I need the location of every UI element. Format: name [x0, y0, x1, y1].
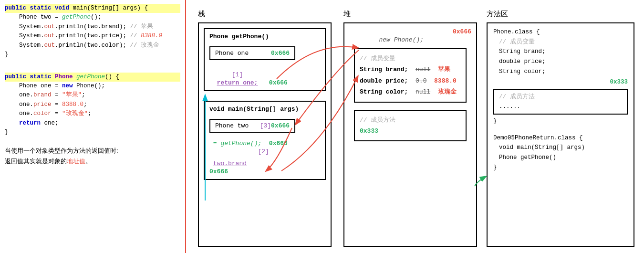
- heap-price-row: double price; 0.0 8388.0: [360, 75, 461, 86]
- frame1-title: Phone getPhone(): [209, 33, 320, 40]
- heap-addr-top: 0x666: [349, 28, 471, 35]
- frame1-addr2: 0x666: [269, 79, 288, 86]
- frame1-var-label: Phone one: [215, 50, 249, 57]
- heap-brand-val: 苹果: [438, 66, 450, 73]
- method-content: Phone.class { // 成员变量 String brand; doub…: [488, 23, 634, 176]
- return-label: return one;: [217, 79, 258, 86]
- stack-outer: Phone getPhone() Phone one 0x666 [1] ret…: [198, 22, 332, 247]
- method-brand: String brand;: [499, 47, 628, 57]
- phone-class-title: Phone.class {: [493, 27, 628, 37]
- frame2-twobrand-line: two.brand: [209, 160, 320, 167]
- heap-color-row: String color; null 玫瑰金: [360, 86, 461, 97]
- frame2-getphone: = getPhone();: [213, 140, 261, 147]
- frame1-var-container: Phone one 0x666: [209, 44, 320, 63]
- method-addr-label: 0x333: [493, 77, 628, 87]
- frame2-twobrand: two.brand: [213, 160, 247, 167]
- code-line-13: }: [5, 128, 180, 137]
- stack-section: 栈 Phone getPhone() Phone one 0x666 [1] r…: [198, 10, 332, 247]
- demo-method2: Phone getPhone(): [499, 153, 628, 163]
- code-line-6: }: [5, 50, 180, 59]
- method-outer: Phone.class { // 成员变量 String brand; doub…: [487, 22, 634, 247]
- phone-class-close: }: [493, 116, 628, 126]
- demo-class-section: Demo05PhoneReturn.class { void main(Stri…: [493, 133, 628, 173]
- method-title: 方法区: [487, 10, 634, 19]
- frame2-addr3v: 0x666: [269, 140, 288, 147]
- heap-price-val: 8388.0: [434, 77, 457, 84]
- heap-method-comment: // 成员方法 0x333: [360, 115, 461, 137]
- code-line-2: Phone two = getPhone();: [5, 13, 180, 22]
- method-section: 方法区 Phone.class { // 成员变量 String brand; …: [487, 10, 634, 247]
- method-member-methods-box: // 成员方法 ......: [493, 89, 628, 115]
- frame2-addr3: 0x666: [271, 122, 290, 129]
- heap-brand-null: null: [415, 66, 430, 73]
- desc-line1: 当使用一个对象类型作为方法的返回值时:: [5, 146, 180, 156]
- demo-class-body: void main(String[] args) Phone getPhone(…: [493, 143, 628, 162]
- heap-brand-row: String brand; null 苹果: [360, 64, 461, 75]
- heap-content: 0x666 new Phone(); // 成员变量 String brand;…: [344, 23, 476, 151]
- code-line-3: System.out.println(two.brand); // 苹果: [5, 22, 180, 32]
- frame2-tag3: [3]: [260, 122, 271, 129]
- heap-new-phone: new Phone();: [349, 36, 471, 43]
- phone-class-body: // 成员变量 String brand; double price; Stri…: [493, 37, 628, 77]
- frame1-addr: 0x666: [271, 50, 290, 57]
- method-color: String color;: [499, 67, 628, 77]
- code-line-10: one.price = 8388.0;: [5, 100, 180, 109]
- code-line-4: System.out.println(two.price); // 8388.0: [5, 32, 180, 41]
- heap-outer: 0x666 new Phone(); // 成员变量 String brand;…: [343, 22, 477, 247]
- heap-color-label: String color;: [360, 88, 408, 95]
- code-line-5: System.out.println(two.color); // 玫瑰金: [5, 41, 180, 50]
- code-line-8: Phone one = new Phone();: [5, 82, 180, 91]
- description: 当使用一个对象类型作为方法的返回值时: 返回值其实就是对象的地址值。: [5, 146, 180, 167]
- heap-comment: // 成员变量: [360, 53, 461, 64]
- code-line-9: one.brand = "苹果";: [5, 91, 180, 100]
- demo-method1: void main(String[] args): [499, 143, 628, 153]
- stack-title: 栈: [198, 10, 332, 19]
- frame2-var-label: Phone two: [215, 122, 249, 129]
- heap-color-null: null: [415, 88, 430, 95]
- frame2-var-container: Phone two [3]0x666: [209, 116, 320, 135]
- code-line-1: public static void main(String[] args) {: [5, 4, 180, 13]
- frame1-var-box: Phone one 0x666: [209, 46, 295, 60]
- frame2-title: void main(String[] args): [209, 105, 320, 113]
- heap-price-label: double price;: [360, 77, 408, 84]
- code-line-12: return one;: [5, 119, 180, 128]
- heap-method-addr: 0x333: [360, 127, 378, 135]
- desc-line2: 返回值其实就是对象的地址值。: [5, 156, 180, 167]
- heap-methods-box: // 成员方法 0x333: [354, 110, 467, 142]
- frame2-var-box: Phone two [3]0x666: [209, 119, 295, 133]
- demo-class-close: }: [493, 163, 628, 173]
- method-comment1: // 成员变量: [499, 37, 628, 47]
- heap-section: 堆 0x666 new Phone(); // 成员变量 String bran…: [343, 10, 477, 247]
- method-comment2: // 成员方法: [499, 92, 622, 102]
- heap-color-val: 玫瑰金: [438, 88, 457, 95]
- code-line-blank: [5, 63, 180, 72]
- stack-frame-main: void main(String[] args) Phone two [3]0x…: [204, 101, 326, 180]
- code-panel: public static void main(String[] args) {…: [0, 0, 186, 253]
- frame2-getphone-line: = getPhone(); 0x666: [209, 140, 320, 147]
- demo-class-title: Demo05PhoneReturn.class {: [493, 133, 628, 143]
- stack-frame-getphone: Phone getPhone() Phone one 0x666 [1] ret…: [204, 28, 326, 91]
- frame2-addr4: 0x666: [209, 168, 320, 175]
- code-line-7: public static Phone getPhone() {: [5, 73, 180, 82]
- heap-title: 堆: [343, 10, 477, 19]
- code-line-11: one.color = "玫瑰金";: [5, 109, 180, 118]
- heap-brand-label: String brand;: [360, 66, 408, 73]
- method-dots: ......: [499, 102, 622, 112]
- frame1-return: return one; 0x666: [209, 79, 320, 86]
- frame2-tag2: [2]: [209, 148, 320, 155]
- heap-price-null: 0.0: [415, 77, 426, 84]
- frame1-tag: [1]: [209, 71, 320, 78]
- method-price: double price;: [499, 57, 628, 67]
- heap-members-box: // 成员变量 String brand; null 苹果 double pri…: [354, 48, 467, 103]
